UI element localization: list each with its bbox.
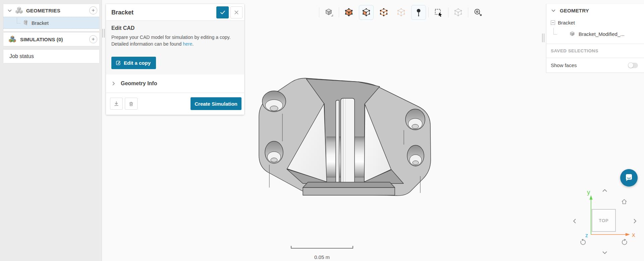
bracket-geometry-icon: [22, 19, 29, 26]
tree-item-bracket-modified[interactable]: Bracket_Modified_...: [546, 28, 644, 40]
delete-button[interactable]: [125, 98, 138, 110]
bracket-3d-model[interactable]: [258, 75, 490, 196]
scale-bar-label: 0.05 m: [285, 254, 359, 260]
chevron-up-icon: [602, 189, 607, 192]
panel-title: Bracket: [111, 4, 133, 21]
job-status-card[interactable]: Job status: [3, 50, 99, 63]
tree-parent-label: Bracket: [558, 20, 575, 25]
simulations-icon: [8, 35, 17, 43]
chevron-down-icon[interactable]: [7, 9, 12, 12]
selection-toolbar: [318, 4, 487, 20]
geometries-label: GEOMETRIES: [26, 8, 60, 13]
bracket-item-label: Bracket: [32, 20, 49, 26]
sidebar-item-simulations[interactable]: SIMULATIONS (0) +: [3, 33, 99, 46]
collapse-icon[interactable]: [551, 20, 555, 25]
tree-child-label: Bracket_Modified_...: [579, 31, 625, 37]
toolbar-separator: [339, 7, 339, 17]
edit-a-copy-button[interactable]: Edit a copy: [111, 57, 156, 69]
chevron-left-icon: [573, 218, 576, 224]
show-faces-toggle[interactable]: [628, 63, 638, 68]
download-icon: [113, 101, 119, 107]
left-panel-resize-handle[interactable]: [102, 29, 105, 38]
toolbar-separator: [448, 7, 448, 17]
home-view-button[interactable]: [620, 197, 629, 206]
view-navigation-widget: y x z TOP: [567, 183, 644, 261]
here-link[interactable]: here: [183, 41, 192, 47]
rotate-right-button[interactable]: [631, 217, 639, 225]
geometries-card: GEOMETRIES + Bracket: [3, 4, 99, 31]
toolbar-separator: [319, 7, 319, 17]
roll-ccw-button[interactable]: [579, 238, 587, 247]
volume-select-icon[interactable]: [341, 5, 356, 20]
simulations-card: SIMULATIONS (0) +: [3, 33, 99, 46]
geometry-info-label: Geometry Info: [121, 81, 157, 87]
edge-select-icon[interactable]: [376, 5, 391, 20]
chevron-down-icon: [602, 251, 607, 254]
chevron-down-icon: [551, 9, 556, 12]
tree-item-bracket[interactable]: Bracket: [546, 17, 644, 28]
axis-x-label: x: [632, 231, 635, 238]
saved-selections-section: SAVED SELECTIONS: [546, 44, 644, 58]
measure-icon[interactable]: [471, 5, 485, 20]
check-icon: [219, 9, 226, 16]
view-cube-top-face[interactable]: TOP: [592, 209, 616, 232]
home-icon: [621, 198, 628, 205]
left-sidebar: GEOMETRIES + Bracket: [0, 0, 102, 261]
edit-cad-description: Prepare your CAD model for simulation by…: [111, 34, 239, 47]
sidebar-item-bracket[interactable]: Bracket: [3, 17, 99, 29]
panel-footer: Create Simulation: [106, 93, 244, 115]
create-simulation-button[interactable]: Create Simulation: [191, 97, 241, 110]
chevron-right-icon: [111, 81, 117, 87]
sidebar-item-geometries[interactable]: GEOMETRIES +: [3, 4, 99, 17]
roll-cw-button[interactable]: [620, 238, 629, 247]
edit-cad-heading: Edit CAD: [111, 25, 135, 31]
show-faces-row: Show faces: [546, 58, 644, 72]
download-button[interactable]: [110, 98, 123, 110]
tree-elbow: [17, 17, 21, 23]
vertex-select-icon[interactable]: [394, 5, 409, 20]
rotate-up-button[interactable]: [600, 186, 609, 195]
box-select-icon[interactable]: [431, 5, 446, 20]
geometry-select-icon[interactable]: [322, 5, 336, 20]
scale-bar: 0.05 m: [285, 244, 359, 254]
close-icon: [234, 10, 239, 15]
edit-pencil-icon: [115, 60, 121, 66]
toolbar-separator: [468, 7, 468, 17]
solid-body-icon: [569, 31, 575, 37]
chevron-right-icon: [633, 218, 637, 224]
geometry-info-toggle[interactable]: Geometry Info: [106, 74, 244, 93]
panel-header: Bracket: [106, 4, 244, 21]
rotate-down-button[interactable]: [600, 248, 609, 257]
simulations-label: SIMULATIONS (0): [20, 37, 63, 42]
close-button[interactable]: [230, 6, 243, 18]
tree-elbow: [553, 28, 557, 35]
right-panel-resize-handle[interactable]: [542, 34, 544, 42]
chat-launcher-button[interactable]: [620, 169, 638, 187]
toolbar-separator: [428, 7, 429, 17]
add-simulation-button[interactable]: +: [89, 35, 97, 43]
divider: [546, 72, 644, 73]
toggle-knob: [628, 62, 634, 68]
axis-z-label: z: [585, 232, 588, 238]
job-status-label: Job status: [3, 53, 34, 59]
rotate-cw-icon: [621, 238, 629, 246]
saved-selections-label: SAVED SELECTIONS: [551, 48, 598, 53]
geometry-tree-panel: GEOMETRY Bracket Bracket_Modified_... SA…: [546, 4, 644, 73]
apply-button[interactable]: [216, 6, 229, 18]
bracket-detail-panel: Bracket Edit CAD Prepare your CAD model …: [106, 4, 244, 115]
edit-cad-section: Edit CAD Prepare your CAD model for simu…: [106, 21, 244, 74]
axis-y-label: y: [587, 189, 590, 196]
pick-point-icon[interactable]: [411, 5, 426, 20]
add-geometry-button[interactable]: +: [89, 6, 97, 14]
assembly-select-icon[interactable]: [451, 5, 466, 20]
geometry-header-label: GEOMETRY: [560, 8, 589, 13]
rotate-left-button[interactable]: [570, 217, 579, 225]
face-select-icon[interactable]: [359, 5, 374, 20]
rotate-ccw-icon: [579, 238, 587, 246]
trash-icon: [128, 101, 134, 107]
geometries-icon: [15, 6, 23, 14]
show-faces-label: Show faces: [551, 62, 577, 68]
chat-bubble-icon: [625, 173, 633, 182]
geometry-tree-header[interactable]: GEOMETRY: [546, 4, 644, 17]
